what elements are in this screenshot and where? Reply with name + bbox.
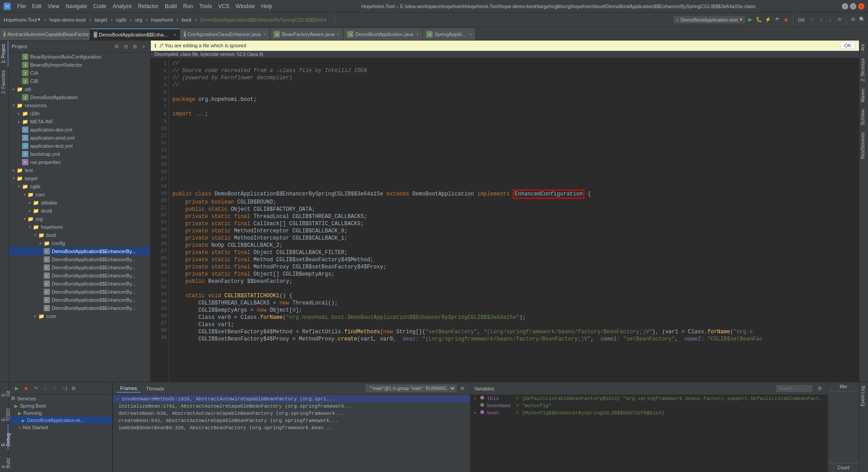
tree-item[interactable]: CDemoBootApplication$$EnhancerBy... xyxy=(9,272,150,280)
spring-boot-item[interactable]: ▶ Spring Boot xyxy=(9,402,112,409)
coverage-button[interactable]: ☂ xyxy=(773,16,781,24)
tree-item[interactable]: ▸📁test xyxy=(9,166,150,174)
favorites-vert-tab[interactable]: 2: Favorites xyxy=(0,67,9,97)
tree-item[interactable]: ▾📁boot xyxy=(9,231,150,239)
tree-item[interactable]: JBeanByImportAutoConfiguration xyxy=(9,53,150,61)
close-tab-5[interactable]: × xyxy=(469,32,472,37)
git-arrow-down[interactable]: ↓ xyxy=(826,16,834,24)
org-breadcrumb[interactable]: org xyxy=(133,16,144,23)
step-over-button[interactable]: ↷ xyxy=(32,384,40,392)
thread-selector[interactable]: *"main"@1 in group "main": RUNNING xyxy=(366,385,457,392)
tree-item[interactable]: ▾📁target xyxy=(9,174,150,182)
menu-help[interactable]: Help xyxy=(258,2,275,10)
close-button[interactable]: × xyxy=(858,3,864,9)
resume-button[interactable]: ▶ xyxy=(13,384,21,392)
frames-tab[interactable]: Frames xyxy=(117,385,140,393)
tree-item[interactable]: ▾📁hopehomi xyxy=(9,223,150,231)
frame-item[interactable]: lambda$doGetBean$0:335, AbstractBeanFact… xyxy=(113,424,470,431)
project-collapse[interactable]: ⊟ xyxy=(122,42,130,50)
cglib-breadcrumb[interactable]: cglib xyxy=(114,16,128,23)
frames-settings[interactable]: ⚙ xyxy=(458,385,466,393)
menu-vcs[interactable]: VCS xyxy=(216,2,232,10)
tree-item[interactable]: Yapplication-dev.yml xyxy=(9,126,150,134)
project-close[interactable]: × xyxy=(140,42,148,50)
step-out-button[interactable]: ↑ xyxy=(50,384,59,392)
menu-refactor[interactable]: Refactor xyxy=(136,2,161,10)
vars-search-input[interactable] xyxy=(776,385,812,392)
minimize-button[interactable]: − xyxy=(842,3,848,9)
menu-view[interactable]: View xyxy=(45,2,62,10)
close-tab-4[interactable]: × xyxy=(416,32,419,37)
search-button[interactable]: 🔍 xyxy=(858,16,866,24)
class-breadcrumb[interactable]: DemoBootApplication$$EnhancerBySpringCGL… xyxy=(199,16,332,23)
tab-abstractautowire[interactable]: J AbstractAutowireCapableBeanFactory.jav… xyxy=(0,28,90,40)
frame-item[interactable]: ✓ invokeAwareMethods:1816, AbstractAutow… xyxy=(113,395,470,403)
close-tab-3[interactable]: × xyxy=(337,32,340,37)
tree-item[interactable]: ▸📁config xyxy=(9,239,150,247)
tree-item[interactable]: CDemoBootApplication$$EnhancerBy... xyxy=(9,280,150,288)
code-container[interactable]: 1234567891011121314151617181920212223242… xyxy=(151,58,859,382)
tab-beanfactoryaware[interactable]: J BeanFactoryAware.java × xyxy=(270,28,344,40)
tree-item[interactable]: CDemoBootApplication$$EnhancerBy... xyxy=(9,304,150,312)
tree-item[interactable]: ▾📁resources xyxy=(9,101,150,109)
tab-springapp[interactable]: J SpringApplic... × xyxy=(423,28,476,40)
tree-item[interactable]: JDemoBootApplication xyxy=(9,93,150,101)
vars-settings[interactable]: ⚙ xyxy=(816,385,824,393)
restservices-vert-tab[interactable]: RestServices xyxy=(859,129,868,163)
tab-configclassenhancer[interactable]: J ConfigurationClassEnhancer.java × xyxy=(180,28,270,40)
demobootapp-item[interactable]: ▶ DemoBootApplication-te... xyxy=(9,417,112,424)
tree-item[interactable]: CDemoBootApplication$$EnhancerBy... xyxy=(9,296,150,304)
hope-demo-boot-breadcrumb[interactable]: hope-demo-boot xyxy=(48,16,88,23)
menu-edit[interactable]: Edit xyxy=(29,2,44,10)
stop-button[interactable]: ■ xyxy=(782,16,790,24)
tab-demobootapp[interactable]: J DemoBootApplication.java × xyxy=(344,28,423,40)
tree-item[interactable]: CDemoBootApplication$$EnhancerBy... xyxy=(9,247,150,255)
variable-item[interactable]: beanName = "myConfig" xyxy=(470,402,827,409)
tree-item[interactable]: Yapplication-prod.yml xyxy=(9,134,150,142)
tree-item[interactable]: ▸📁druid xyxy=(9,207,150,215)
tab-demobootapp-enhancer[interactable]: C DemoBootApplication$$EnhancerBySpringC… xyxy=(90,28,180,40)
threads-tab[interactable]: Threads xyxy=(142,385,167,392)
step-into-button[interactable]: ↓ xyxy=(41,384,49,392)
git-vert-tab[interactable]: 6: Git xyxy=(0,382,9,400)
structure-vert-tab[interactable]: 2: Structure xyxy=(859,54,868,85)
project-expand[interactable]: ⊞ xyxy=(131,42,139,50)
todo-vert-tab[interactable]: 6: TODO xyxy=(0,400,9,425)
maven-vert-tab[interactable]: Maven xyxy=(859,85,868,106)
ant-vert-tab[interactable]: Ant xyxy=(859,41,868,54)
project-settings[interactable]: ⚙ xyxy=(113,42,121,50)
tree-item[interactable]: ▸📁alibaba xyxy=(9,199,150,207)
tree-item[interactable]: ▾📁com xyxy=(9,191,150,199)
maximize-button[interactable]: □ xyxy=(850,3,856,9)
running-item[interactable]: ▶ Running xyxy=(9,409,112,417)
stop-debug-button[interactable]: ■ xyxy=(22,384,30,392)
tree-item[interactable]: Yapplication-test.yml xyxy=(9,142,150,150)
event-log-vert-tab[interactable]: Event Log xyxy=(859,382,868,410)
tree-item[interactable]: ▸📁i18n xyxy=(9,109,150,118)
tree-item[interactable]: ▸📁META-INF xyxy=(9,118,150,126)
tree-item[interactable]: CDemoBootApplication$$EnhancerBy... xyxy=(9,288,150,296)
settings-button[interactable]: ⚙ xyxy=(849,16,857,24)
project-dropdown[interactable]: Hopehomi-Tool ▾ xyxy=(2,16,42,23)
menu-navigate[interactable]: Navigate xyxy=(63,2,90,10)
tree-item[interactable]: CDemoBootApplication$$EnhancerBy... xyxy=(9,255,150,263)
menu-window[interactable]: Window xyxy=(233,2,258,10)
tree-item[interactable]: CDemoBootApplication$$EnhancerBy... xyxy=(9,263,150,272)
frame-item[interactable]: doCreateBean:620, AbstractAutowireCapabl… xyxy=(113,410,470,417)
tree-item[interactable]: ▾📁org xyxy=(9,215,150,223)
boot-breadcrumb[interactable]: boot xyxy=(180,16,193,23)
close-tab-1[interactable]: × xyxy=(173,32,176,37)
menu-code[interactable]: Code xyxy=(90,2,109,10)
tree-item[interactable]: JBeansByImportSelector xyxy=(9,61,150,69)
tree-item[interactable]: Ybootstrap.yml xyxy=(9,150,150,158)
frame-item[interactable]: createBean:542, AbstractAutowireCapableB… xyxy=(113,417,470,424)
run-to-cursor-button[interactable]: →| xyxy=(60,384,68,392)
git-arrow-up[interactable]: ↑ xyxy=(817,16,825,24)
target-breadcrumb[interactable]: target xyxy=(93,16,109,23)
sciview-vert-tab[interactable]: SciView xyxy=(859,106,868,129)
tree-item[interactable]: JCiB xyxy=(9,77,150,85)
project-vert-tab[interactable]: 1: Project xyxy=(0,41,9,67)
git-check[interactable]: ✓ xyxy=(808,16,816,24)
close-tab-2[interactable]: × xyxy=(263,32,266,37)
frame-item[interactable]: initializeBean:1791, AbstractAutowireCap… xyxy=(113,403,470,410)
